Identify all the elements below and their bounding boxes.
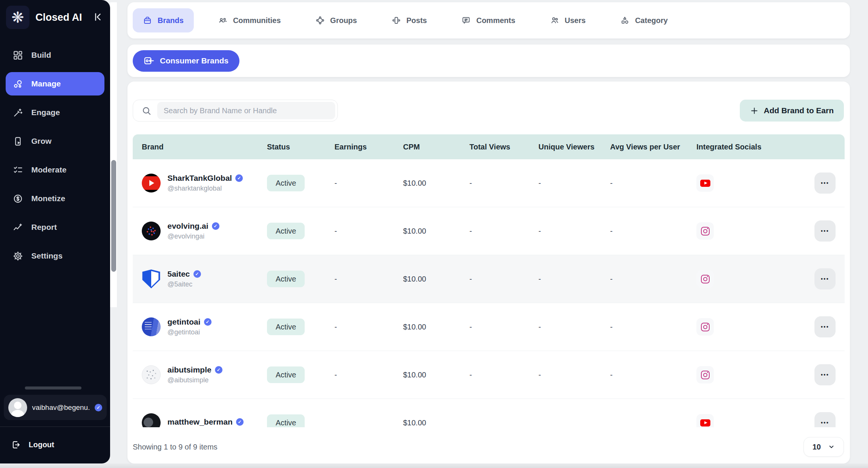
logout-label: Logout	[29, 440, 54, 449]
earnings-value: -	[334, 227, 403, 236]
brand-handle: @getintoai	[167, 328, 212, 336]
sidebar-item-grow[interactable]: Grow	[6, 129, 104, 153]
status-badge: Active	[267, 366, 305, 383]
add-brand-to-earn-button[interactable]: Add Brand to Earn	[740, 100, 844, 122]
sidebar-item-label: Engage	[31, 108, 60, 117]
bubbles-icon	[13, 79, 23, 89]
tab-brands[interactable]: Brands	[133, 8, 194, 32]
consumer-brands-filter-button[interactable]: Consumer Brands	[133, 50, 239, 72]
tab-posts[interactable]: Posts	[382, 8, 437, 32]
row-actions-button[interactable]: •••	[814, 316, 836, 337]
collapse-sidebar-button[interactable]	[91, 11, 104, 25]
youtube-icon	[700, 419, 710, 426]
sidebar-item-label: Build	[31, 51, 51, 60]
column-header-unique-viewers: Unique Viewers	[538, 143, 610, 151]
sidebar-item-engage[interactable]: Engage	[6, 101, 104, 124]
sidebar: ❋ Closed AI Build Manage Engage Grow	[0, 0, 110, 463]
table-row[interactable]: evolving.ai @evolvingai Active - $10.00 …	[133, 207, 845, 255]
node-network-icon	[316, 16, 325, 25]
top-tab-bar: Brands Communities Groups Posts Comments…	[127, 2, 850, 38]
logout-icon	[11, 440, 21, 450]
tab-category[interactable]: Category	[610, 8, 678, 32]
unique-viewers-value: -	[538, 227, 610, 236]
avg-views-value: -	[610, 275, 696, 283]
column-header-cpm: CPM	[403, 143, 469, 151]
tab-groups[interactable]: Groups	[305, 8, 367, 32]
row-actions-button[interactable]: •••	[814, 220, 836, 242]
total-views-value: -	[469, 179, 538, 188]
table-row[interactable]: SharkTankGlobal @sharktankglobal Active …	[133, 159, 845, 207]
instagram-icon	[701, 323, 710, 331]
brand-handle: @evolvingai	[167, 232, 219, 240]
tab-label: Groups	[330, 16, 357, 25]
sidebar-item-build[interactable]: Build	[6, 43, 104, 67]
sidebar-item-label: Moderate	[31, 165, 66, 174]
social-platform-icon	[696, 414, 714, 427]
sidebar-item-report[interactable]: Report	[6, 216, 104, 239]
brand-handle: @sharktankglobal	[167, 185, 243, 192]
instagram-icon	[701, 275, 710, 283]
row-actions-button[interactable]: •••	[814, 412, 836, 427]
table-row[interactable]: 5aitec @5aitec Active - $10.00 -	[133, 255, 845, 303]
pagination-summary: Showing 1 to 9 of 9 items	[133, 443, 218, 451]
brands-table: Brand Status Earnings CPM Total Views Un…	[133, 134, 845, 427]
tab-comments[interactable]: Comments	[451, 8, 525, 32]
page-bottom-shade	[0, 463, 868, 468]
table-row[interactable]: matthew_berman Active $10.00	[133, 399, 845, 427]
sidebar-scrollbar-thumb[interactable]	[111, 160, 116, 272]
checklist-icon	[13, 165, 23, 175]
mobile-waves-icon	[392, 16, 401, 25]
logout-button[interactable]: Logout	[11, 440, 54, 450]
closed-ai-logo: ❋	[6, 6, 29, 29]
trend-sparkle-icon	[13, 222, 23, 232]
sidebar-item-label: Settings	[31, 251, 63, 260]
filter-bar: Consumer Brands	[127, 45, 850, 77]
tab-communities[interactable]: Communities	[208, 8, 291, 32]
user-account-card[interactable]: vaibhav@begenu...	[4, 395, 107, 420]
chevron-down-icon	[828, 443, 835, 450]
tab-label: Category	[635, 16, 668, 25]
sidebar-drag-handle[interactable]	[25, 386, 81, 389]
verified-badge-icon	[204, 318, 212, 326]
status-badge: Active	[267, 175, 305, 191]
page-size-dropdown[interactable]: 10	[804, 437, 844, 457]
unique-viewers-value: -	[538, 371, 610, 379]
sidebar-item-moderate[interactable]: Moderate	[6, 158, 104, 182]
brand-name: matthew_berman	[167, 417, 233, 426]
collapse-left-icon	[93, 12, 103, 22]
people-group-icon	[218, 16, 227, 25]
tab-users[interactable]: Users	[540, 8, 596, 32]
brand-avatar	[142, 269, 161, 288]
row-actions-button[interactable]: •••	[814, 364, 836, 385]
brands-panel: Add Brand to Earn Brand Status Earnings …	[127, 82, 850, 463]
row-actions-button[interactable]: •••	[814, 172, 836, 194]
gear-icon	[13, 251, 23, 261]
brand-name: getintoai	[167, 317, 201, 326]
shapes-icon	[620, 16, 629, 25]
sidebar-divider	[0, 426, 110, 427]
brand-name: SharkTankGlobal	[167, 174, 232, 183]
search-input[interactable]	[157, 102, 335, 119]
tab-label: Users	[565, 16, 586, 25]
social-platform-icon	[696, 270, 714, 288]
brand-name: evolving.ai	[167, 222, 209, 231]
sidebar-item-settings[interactable]: Settings	[6, 244, 104, 268]
sidebar-item-label: Grow	[31, 137, 52, 146]
brand-search	[133, 100, 338, 122]
brand-avatar	[142, 222, 161, 240]
column-header-integrated-socials: Integrated Socials	[696, 143, 791, 151]
cpm-value: $10.00	[403, 323, 469, 331]
brand-handle: @aibutsimple	[167, 376, 222, 384]
table-row[interactable]: getintoai @getintoai Active - $10.00 -	[133, 303, 845, 351]
table-row[interactable]: aibutsimple @aibutsimple Active - $10.00…	[133, 351, 845, 399]
sidebar-item-monetize[interactable]: Monetize	[6, 187, 104, 210]
column-header-earnings: Earnings	[334, 143, 403, 151]
mention-arrow-icon	[144, 55, 154, 66]
total-views-value: -	[469, 371, 538, 379]
table-footer: Showing 1 to 9 of 9 items 10	[127, 427, 850, 457]
row-actions-button[interactable]: •••	[814, 268, 836, 289]
device-play-icon	[13, 136, 23, 146]
dollar-circle-icon	[13, 194, 23, 204]
sidebar-item-manage[interactable]: Manage	[6, 72, 104, 95]
unique-viewers-value: -	[538, 179, 610, 188]
